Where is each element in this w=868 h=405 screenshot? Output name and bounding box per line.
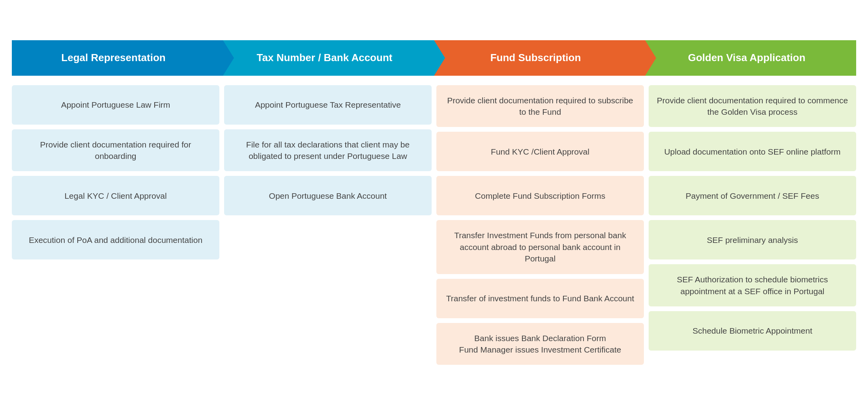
card-tax-0: Appoint Portuguese Tax Representative — [224, 85, 432, 125]
column-visa: Provide client documentation required to… — [649, 85, 856, 365]
header-visa: Golden Visa Application — [645, 40, 856, 76]
card-fund-4: Transfer of investment funds to Fund Ban… — [436, 279, 644, 318]
card-visa-5: Schedule Biometric Appointment — [649, 311, 856, 351]
card-legal-0: Appoint Portuguese Law Firm — [12, 85, 219, 125]
column-tax: Appoint Portuguese Tax RepresentativeFil… — [224, 85, 432, 365]
card-fund-0: Provide client documentation required to… — [436, 85, 644, 127]
card-tax-1: File for all tax declarations that clien… — [224, 129, 432, 172]
header-tax: Tax Number / Bank Account — [223, 40, 434, 76]
card-fund-5: Bank issues Bank Declaration Form Fund M… — [436, 323, 644, 365]
card-visa-0: Provide client documentation required to… — [649, 85, 856, 127]
card-legal-1: Provide client documentation required fo… — [12, 129, 219, 172]
card-legal-3: Execution of PoA and additional document… — [12, 220, 219, 259]
header-legal: Legal Representation — [12, 40, 223, 76]
card-fund-2: Complete Fund Subscription Forms — [436, 176, 644, 215]
card-visa-2: Payment of Government / SEF Fees — [649, 176, 856, 215]
card-visa-1: Upload documentation onto SEF online pla… — [649, 132, 856, 171]
main-container: Legal RepresentationTax Number / Bank Ac… — [12, 40, 856, 365]
column-fund: Provide client documentation required to… — [436, 85, 644, 365]
card-fund-1: Fund KYC /Client Approval — [436, 132, 644, 171]
card-fund-3: Transfer Investment Funds from personal … — [436, 220, 644, 274]
column-legal: Appoint Portuguese Law FirmProvide clien… — [12, 85, 219, 365]
card-tax-2: Open Portuguese Bank Account — [224, 176, 432, 215]
header-fund: Fund Subscription — [434, 40, 645, 76]
header-row: Legal RepresentationTax Number / Bank Ac… — [12, 40, 856, 76]
body-row: Appoint Portuguese Law FirmProvide clien… — [12, 85, 856, 365]
card-visa-4: SEF Authorization to schedule biometrics… — [649, 264, 856, 306]
card-visa-3: SEF preliminary analysis — [649, 220, 856, 259]
card-legal-2: Legal KYC / Client Approval — [12, 176, 219, 215]
